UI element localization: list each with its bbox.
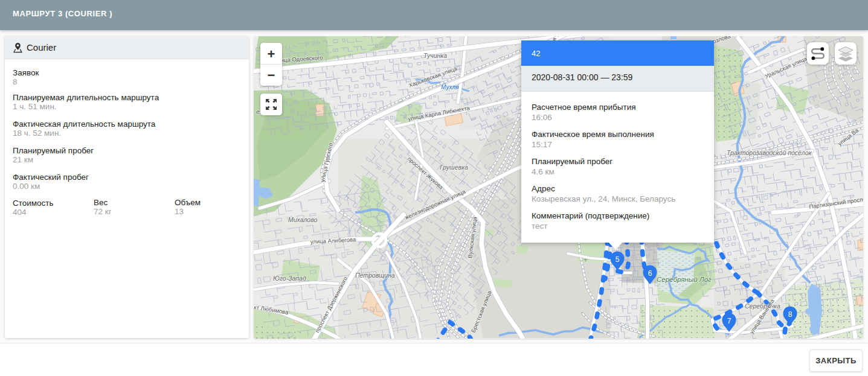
svg-text:8: 8 (788, 310, 792, 319)
svg-text:Тучинка: Тучинка (423, 52, 447, 59)
svg-text:Мухля: Мухля (441, 84, 459, 91)
svg-text:Михалово: Михалово (288, 216, 317, 223)
svg-text:Юго-Запад: Юго-Запад (273, 275, 306, 282)
svg-text:Тракторозаводской посёлок: Тракторозаводской посёлок (727, 149, 812, 156)
svg-text:5: 5 (616, 255, 620, 264)
svg-text:Серебряный Лог: Серебряный Лог (657, 276, 712, 283)
svg-text:6: 6 (648, 269, 652, 278)
svg-text:Грушевка: Грушевка (440, 164, 468, 171)
svg-text:Петровщина: Петровщина (355, 272, 395, 279)
svg-text:7: 7 (727, 317, 731, 325)
